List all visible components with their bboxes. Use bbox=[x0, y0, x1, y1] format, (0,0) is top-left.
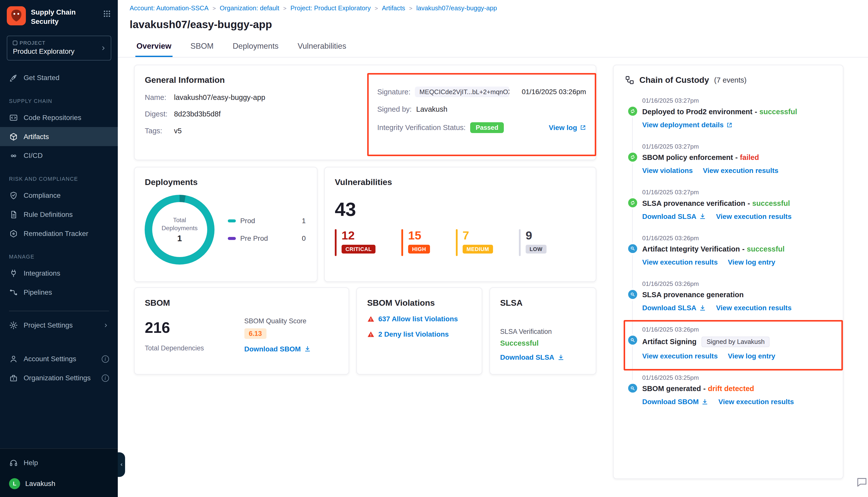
signed-by-row: Signed by: Lavakush bbox=[377, 105, 586, 113]
breadcrumb-link-current[interactable]: lavakush07/easy-buggy-app bbox=[417, 4, 497, 12]
event-status: successful bbox=[747, 245, 785, 253]
breadcrumb-separator: > bbox=[375, 5, 378, 12]
download-sbom-link[interactable]: Download SBOM bbox=[642, 398, 708, 406]
sidebar-item-account-settings[interactable]: Account Settings bbox=[0, 350, 118, 368]
slsa-card: SLSA SLSA Verification Successful Downlo… bbox=[490, 287, 596, 374]
field-label: Signature: bbox=[377, 88, 410, 96]
sidebar-item-artifacts[interactable]: Artifacts bbox=[0, 127, 118, 146]
user-menu[interactable]: L Lavakush bbox=[0, 472, 118, 489]
vulnerabilities-total: 43 bbox=[335, 198, 586, 220]
tags-value: v5 bbox=[174, 127, 182, 135]
download-slsa-link[interactable]: Download SLSA bbox=[642, 304, 706, 312]
project-name: Product Exploratory bbox=[13, 47, 98, 56]
document-icon bbox=[9, 210, 18, 219]
sidebar-item-cicd[interactable]: CI/CD bbox=[0, 146, 118, 165]
signature-timestamp: 01/16/2025 03:26pm bbox=[522, 88, 586, 96]
severity-high: 15 HIGH bbox=[401, 229, 430, 256]
help-chat-icon[interactable] bbox=[856, 476, 868, 488]
severity-badge: LOW bbox=[526, 245, 547, 254]
sidebar-item-integrations[interactable]: Integrations bbox=[0, 264, 118, 283]
view-log-entry-link[interactable]: View log entry bbox=[728, 258, 775, 266]
tab-sbom[interactable]: SBOM bbox=[190, 39, 215, 57]
deny-list-violations-link[interactable]: 2 Deny list Violations bbox=[378, 330, 449, 338]
user-name: Lavakush bbox=[25, 480, 56, 488]
event-timeline: 01/16/2025 03:27pm Deployed to Prod2 env… bbox=[625, 97, 831, 406]
deny-list-violations-row: 2 Deny list Violations bbox=[367, 330, 472, 338]
sidebar-item-compliance[interactable]: Compliance bbox=[0, 186, 118, 205]
sbom-card: SBOM 216 Total Dependencies SBOM Quality… bbox=[134, 287, 349, 374]
sidebar-item-label: Code Repositories bbox=[24, 114, 81, 121]
coc-event-artifact-signing: 01/16/2025 03:26pm Artifact Signing Sign… bbox=[625, 326, 831, 360]
sidebar-item-organization-settings[interactable]: Organization Settings bbox=[0, 368, 118, 387]
card-title: General Information bbox=[145, 75, 586, 85]
artifact-signing-event-icon bbox=[628, 336, 637, 345]
coc-event-deployed-prod2: 01/16/2025 03:27pm Deployed to Prod2 env… bbox=[625, 97, 831, 129]
sidebar-item-code-repositories[interactable]: Code Repositories bbox=[0, 108, 118, 127]
slsa-generation-event-icon bbox=[628, 290, 637, 299]
deployments-donut-chart: Total Deployments 1 bbox=[145, 195, 214, 264]
coc-event-sbom-policy-enforcement: 01/16/2025 03:27pm SBOM policy enforceme… bbox=[625, 143, 831, 175]
download-sbom-link[interactable]: Download SBOM bbox=[244, 345, 339, 353]
card-title: Chain of Custody bbox=[640, 75, 709, 85]
view-log-entry-link[interactable]: View log entry bbox=[728, 352, 775, 360]
download-icon bbox=[699, 305, 706, 312]
breadcrumb-link-project[interactable]: Project: Product Exploratory bbox=[290, 4, 371, 12]
project-selector[interactable]: PROJECT Product Exploratory bbox=[7, 36, 111, 60]
view-execution-results-link[interactable]: View execution results bbox=[703, 167, 779, 175]
view-execution-results-link[interactable]: View execution results bbox=[716, 213, 792, 221]
sidebar: Supply Chain Security PROJECT Product Ex… bbox=[0, 0, 118, 497]
view-execution-results-link[interactable]: View execution results bbox=[642, 258, 718, 266]
severity-bar bbox=[401, 229, 403, 256]
download-slsa-link[interactable]: Download SLSA bbox=[642, 213, 706, 221]
field-label: Tags: bbox=[145, 127, 174, 135]
sbom-quality-score-badge: 6.13 bbox=[244, 328, 266, 339]
legend-item-prod: Prod 1 bbox=[228, 217, 307, 225]
download-icon bbox=[304, 346, 311, 352]
breadcrumb-link-organization[interactable]: Organization: default bbox=[220, 4, 279, 12]
slsa-verification-event-icon bbox=[628, 198, 637, 207]
breadcrumb-link-artifacts[interactable]: Artifacts bbox=[382, 4, 405, 12]
tab-vulnerabilities[interactable]: Vulnerabilities bbox=[296, 39, 347, 57]
breadcrumb-separator: > bbox=[212, 5, 216, 12]
field-label: Signed by: bbox=[377, 105, 412, 113]
sidebar-item-pipelines[interactable]: Pipelines bbox=[0, 283, 118, 302]
severity-bar bbox=[335, 229, 337, 256]
code-repository-icon bbox=[9, 113, 18, 122]
tab-overview[interactable]: Overview bbox=[135, 39, 172, 57]
project-icon bbox=[13, 41, 17, 45]
account-person-icon bbox=[9, 354, 18, 364]
severity-badge: CRITICAL bbox=[341, 245, 376, 254]
allow-list-violations-row: 637 Allow list Violations bbox=[367, 315, 472, 323]
integrity-status-row: Integrity Verification Status: Passed Vi… bbox=[377, 122, 586, 133]
signature-value-chip: MEQCICde2VjIT...bL+2+mqnOXw== bbox=[415, 87, 509, 97]
breadcrumb-link-account[interactable]: Account: Automation-SSCA bbox=[130, 4, 208, 12]
slsa-verification-label: SLSA Verification bbox=[500, 328, 586, 336]
sidebar-item-rule-definitions[interactable]: Rule Definitions bbox=[0, 205, 118, 224]
breadcrumb: Account: Automation-SSCA>Organization: d… bbox=[118, 0, 868, 12]
sidebar-item-get-started[interactable]: Get Started bbox=[0, 68, 118, 87]
sidebar-item-help[interactable]: Help bbox=[0, 453, 118, 472]
module-grid-icon[interactable] bbox=[103, 6, 111, 18]
sidebar-item-project-settings[interactable]: Project Settings bbox=[0, 316, 118, 335]
view-deployment-details-link[interactable]: View deployment details bbox=[642, 121, 733, 129]
info-icon bbox=[102, 355, 109, 363]
download-slsa-link[interactable]: Download SLSA bbox=[500, 353, 586, 361]
breadcrumb-separator: > bbox=[283, 5, 286, 12]
view-violations-link[interactable]: View violations bbox=[642, 167, 693, 175]
view-log-link[interactable]: View log bbox=[549, 124, 586, 132]
nav-section-manage: MANAGE bbox=[0, 243, 118, 264]
main-content: Account: Automation-SSCA>Organization: d… bbox=[118, 0, 868, 497]
severity-bar bbox=[456, 229, 458, 256]
view-execution-results-link[interactable]: View execution results bbox=[718, 398, 794, 406]
allow-list-violations-link[interactable]: 637 Allow list Violations bbox=[378, 315, 458, 323]
event-timestamp: 01/16/2025 03:27pm bbox=[642, 189, 831, 196]
sidebar-collapse-handle[interactable] bbox=[118, 452, 125, 477]
headset-help-icon bbox=[9, 458, 18, 467]
tab-deployments[interactable]: Deployments bbox=[232, 39, 280, 57]
external-link-icon bbox=[580, 125, 586, 131]
view-execution-results-link[interactable]: View execution results bbox=[642, 352, 718, 360]
gear-icon bbox=[9, 321, 18, 330]
view-execution-results-link[interactable]: View execution results bbox=[716, 304, 792, 312]
sidebar-item-remediation-tracker[interactable]: Remediation Tracker bbox=[0, 224, 118, 243]
field-label: Integrity Verification Status: bbox=[377, 124, 466, 132]
